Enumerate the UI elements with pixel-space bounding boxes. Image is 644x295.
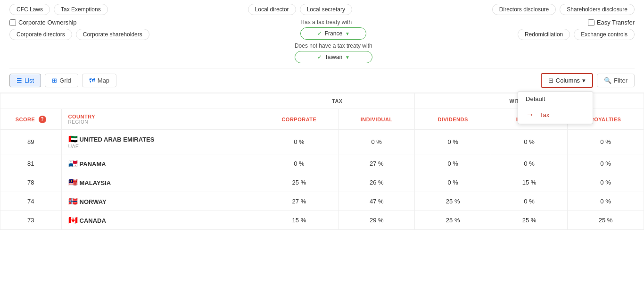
interest-cell: 0 % <box>491 192 568 211</box>
map-icon: 🗺 <box>89 77 95 84</box>
individual-cell: 26 % <box>339 173 415 192</box>
columns-icon: ⊟ <box>548 77 553 84</box>
corporate-cell: 27 % <box>260 192 339 211</box>
royalties-cell: 0 % <box>568 192 644 211</box>
score-cell: 74 <box>0 192 62 211</box>
table-body: 89 🇦🇪UNITED ARAB EMIRATES UAE 0 % 0 % 0 … <box>0 130 644 230</box>
tax-group-header: TAX <box>260 93 415 109</box>
country-cell: 🇵🇦PANAMA <box>61 154 260 173</box>
map-view-btn[interactable]: 🗺 Map <box>82 74 116 87</box>
columns-tax-item[interactable]: → Tax <box>518 106 593 124</box>
table-row: 74 🇳🇴NORWAY 27 % 47 % 25 % 0 % 0 % <box>0 192 644 211</box>
country-cell: 🇲🇾MALAYSIA <box>61 173 260 192</box>
dividends-header: DIVIDENDS <box>415 109 491 130</box>
interest-cell: 0 % <box>491 154 568 173</box>
treaty-label: Has a tax treaty with <box>300 19 366 25</box>
score-header: SCORE ? <box>0 109 62 130</box>
search-icon: 🔍 <box>604 77 611 84</box>
grid-view-btn[interactable]: ⊞ Grid <box>45 74 78 87</box>
directors-disclosure-tag[interactable]: Directors disclosure <box>492 4 556 15</box>
cfc-laws-tag[interactable]: CFC Laws <box>9 4 50 15</box>
country-flag: 🇳🇴 <box>68 197 78 205</box>
dividends-cell: 0 % <box>415 154 491 173</box>
country-flag: 🇲🇾 <box>68 178 78 186</box>
list-icon: ☰ <box>17 77 22 84</box>
corporate-cell: 25 % <box>260 173 339 192</box>
royalties-cell: 0 % <box>568 154 644 173</box>
columns-button[interactable]: ⊟ Columns ▾ <box>541 73 593 88</box>
individual-cell: 29 % <box>339 211 415 230</box>
country-flag: 🇦🇪 <box>68 135 78 143</box>
individual-header: INDIVIDUAL <box>339 109 415 130</box>
no-treaty-taiwan-dropdown[interactable]: ✓ Taiwan ▼ <box>295 51 372 63</box>
royalties-cell: 25 % <box>568 211 644 230</box>
interest-cell: 25 % <box>491 211 568 230</box>
local-director-tag[interactable]: Local director <box>248 4 296 15</box>
table-row: 89 🇦🇪UNITED ARAB EMIRATES UAE 0 % 0 % 0 … <box>0 130 644 154</box>
right-arrow-icon: → <box>526 110 534 120</box>
country-cell: 🇳🇴NORWAY <box>61 192 260 211</box>
view-controls-bar: ☰ List ⊞ Grid 🗺 Map ⊟ Columns ▾ Default … <box>0 68 644 93</box>
filter-button[interactable]: 🔍 Filter <box>597 74 635 87</box>
royalties-cell: 0 % <box>568 173 644 192</box>
corporate-cell: 0 % <box>260 154 339 173</box>
corporate-shareholders-tag[interactable]: Corporate shareholders <box>76 29 149 40</box>
local-secretary-tag[interactable]: Local secretary <box>300 4 352 15</box>
columns-dropdown-menu: Default → Tax <box>518 91 593 124</box>
score-cell: 78 <box>0 173 62 192</box>
dividends-cell: 25 % <box>415 192 491 211</box>
corporate-directors-tag[interactable]: Corporate directors <box>9 29 72 40</box>
individual-cell: 47 % <box>339 192 415 211</box>
corporate-header: CORPORATE <box>260 109 339 130</box>
score-cell: 81 <box>0 154 62 173</box>
tax-exemptions-tag[interactable]: Tax Exemptions <box>54 4 108 15</box>
grid-icon: ⊞ <box>52 77 57 84</box>
treaty-section: Has a tax treaty with ✓ France ▼ Does no… <box>149 19 518 63</box>
score-help-icon[interactable]: ? <box>39 116 46 123</box>
interest-cell: 15 % <box>491 173 568 192</box>
table-row: 73 🇨🇦CANADA 15 % 29 % 25 % 25 % 25 % <box>0 211 644 230</box>
empty-group-header <box>0 93 260 109</box>
columns-wrapper: ⊟ Columns ▾ Default → Tax <box>541 73 593 88</box>
chevron-down-icon: ▾ <box>582 77 586 84</box>
corporate-ownership-section: Corporate Ownership Corporate directors … <box>9 19 149 40</box>
country-flag: 🇨🇦 <box>68 216 78 224</box>
right-filter-tags: Directors disclosure Shareholders disclo… <box>492 4 635 15</box>
left-filter-tags: CFC Laws Tax Exemptions <box>9 4 108 15</box>
no-treaty-label: Does not have a tax treaty with <box>295 42 372 49</box>
easy-transfer-section: Easy Transfer Redomiciliation Exchange c… <box>518 19 635 40</box>
score-cell: 89 <box>0 130 62 154</box>
table-row: 78 🇲🇾MALAYSIA 25 % 26 % 0 % 15 % 0 % <box>0 173 644 192</box>
corporate-ownership-checkbox[interactable]: Corporate Ownership <box>9 19 77 26</box>
redomiciliation-tag[interactable]: Redomiciliation <box>518 29 570 40</box>
treaty-france-dropdown[interactable]: ✓ France ▼ <box>300 27 366 40</box>
country-cell: 🇦🇪UNITED ARAB EMIRATES UAE <box>61 130 260 154</box>
exchange-controls-tag[interactable]: Exchange controls <box>574 29 635 40</box>
columns-default-item[interactable]: Default <box>518 92 593 106</box>
individual-cell: 0 % <box>339 130 415 154</box>
center-filter-tags: Local director Local secretary <box>248 4 352 15</box>
list-view-btn[interactable]: ☰ List <box>9 74 41 87</box>
easy-transfer-checkbox[interactable]: Easy Transfer <box>588 19 635 26</box>
corporate-cell: 15 % <box>260 211 339 230</box>
corporate-cell: 0 % <box>260 130 339 154</box>
dividends-cell: 25 % <box>415 211 491 230</box>
country-header: COUNTRY REGION <box>61 109 260 130</box>
interest-cell: 0 % <box>491 130 568 154</box>
dividends-cell: 0 % <box>415 173 491 192</box>
score-cell: 73 <box>0 211 62 230</box>
individual-cell: 27 % <box>339 154 415 173</box>
table-row: 81 🇵🇦PANAMA 0 % 27 % 0 % 0 % 0 % <box>0 154 644 173</box>
dividends-cell: 0 % <box>415 130 491 154</box>
shareholders-disclosure-tag[interactable]: Shareholders disclosure <box>560 4 635 15</box>
country-flag: 🇵🇦 <box>68 160 78 168</box>
country-cell: 🇨🇦CANADA <box>61 211 260 230</box>
royalties-cell: 0 % <box>568 130 644 154</box>
